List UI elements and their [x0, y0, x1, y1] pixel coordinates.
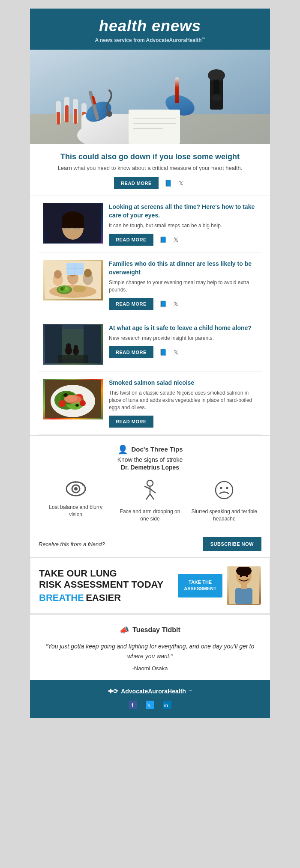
article-action-row-salad: READ MORE: [109, 416, 257, 428]
cross-icon: ✚⟳: [108, 688, 118, 695]
article-item-family: Families who do this at dinner are less …: [39, 253, 261, 317]
svg-point-3: [208, 69, 225, 81]
svg-point-57: [66, 343, 71, 349]
tip-item-balance: Lost balance and blurry vision: [42, 479, 109, 523]
lung-title-line1: TAKE OUR LUNG: [39, 568, 174, 579]
salad-read-more-button[interactable]: READ MORE: [109, 416, 153, 428]
footer-twitter-icon[interactable]: 𝕏: [145, 700, 155, 710]
twitter-icon-child[interactable]: 𝕏: [171, 348, 181, 357]
lung-breathe-text: BREATHE: [39, 592, 84, 603]
article-action-row-family: READ MORE 📘 𝕏: [109, 298, 257, 310]
twitter-icon-screens[interactable]: 𝕏: [171, 235, 181, 244]
lung-banner: TAKE OUR LUNG RISK ASSESSMENT TODAY BREA…: [30, 557, 270, 614]
svg-rect-60: [58, 355, 88, 363]
featured-action-row: READ MORE 📘 𝕏: [43, 177, 257, 189]
twitter-icon-family[interactable]: 𝕏: [171, 299, 181, 309]
article-subtext-family: Simple changes to your evening meal may …: [109, 279, 257, 294]
svg-point-68: [59, 400, 66, 407]
tips-icons-row: Lost balance and blurry vision: [39, 479, 261, 523]
thumb-family-bg: [43, 260, 103, 300]
svg-point-75: [74, 487, 78, 490]
twitter-icon[interactable]: 𝕏: [177, 178, 186, 188]
article-list: Looking at screens all the time? Here's …: [30, 196, 270, 435]
facebook-icon-screens[interactable]: 📘: [159, 235, 168, 244]
svg-rect-7: [57, 112, 60, 125]
tidbit-section: 📣 Tuesday Tidbit “You just gotta keep go…: [30, 614, 270, 680]
child-read-more-button[interactable]: READ MORE: [109, 346, 153, 358]
thumb-child-bg: [43, 324, 103, 365]
footer-logo-text: AdvocateAuroraHealth: [121, 688, 186, 695]
frown-icon: [191, 479, 258, 505]
article-thumb-screens: [43, 203, 103, 244]
article-content-screens: Looking at screens all the time? Here's …: [109, 203, 257, 246]
svg-line-83: [146, 494, 150, 499]
lung-person-image: [227, 566, 261, 605]
lung-title-line2: RISK ASSESSMENT TODAY: [39, 579, 174, 590]
tip-label-balance: Lost balance and blurry vision: [42, 504, 109, 518]
tidbit-header: 📣 Tuesday Tidbit: [43, 625, 257, 635]
facebook-icon-child[interactable]: 📘: [159, 348, 168, 357]
svg-rect-91: [235, 588, 252, 604]
svg-rect-9: [65, 105, 69, 122]
svg-point-41: [63, 286, 65, 289]
family-read-more-button[interactable]: READ MORE: [109, 298, 153, 310]
article-content-family: Families who do this at dinner are less …: [109, 260, 257, 310]
tip-label-slurred: Slurred speaking and terrible headache: [191, 508, 258, 523]
article-item-child: At what age is it safe to leave a child …: [39, 317, 261, 372]
svg-point-86: [220, 487, 222, 489]
facebook-icon-family[interactable]: 📘: [159, 299, 168, 309]
svg-point-42: [73, 285, 86, 292]
lung-assessment-button[interactable]: TAKE THEASSESSMENT: [178, 574, 222, 597]
tip-label-face: Face and arm drooping on one side: [117, 508, 183, 523]
tidbit-quote: “You just gotta keep going and fighting …: [43, 642, 257, 661]
article-thumb-family: [43, 260, 103, 300]
svg-text:𝕏: 𝕏: [147, 703, 151, 708]
article-thumb-salad: [43, 379, 103, 419]
header: health enews A news service from Advocat…: [30, 9, 270, 50]
article-headline-screens: Looking at screens all the time? Here's …: [109, 203, 257, 220]
featured-read-more-button[interactable]: READ MORE: [114, 177, 159, 189]
doc-icon: 👤: [117, 444, 128, 455]
footer: ✚⟳ AdvocateAuroraHealth™ f 𝕏 in: [30, 680, 270, 718]
subscribe-button[interactable]: SUBSCRIBE NOW: [203, 537, 261, 551]
article-item-salad: Smoked salmon salad nicoise This twist o…: [39, 372, 261, 435]
article-item-screens: Looking at screens all the time? Here's …: [39, 196, 261, 253]
svg-point-25: [106, 111, 112, 117]
svg-point-48: [84, 269, 92, 277]
footer-linkedin-icon[interactable]: in: [162, 700, 172, 710]
child-social-icons: 📘 𝕏: [159, 348, 181, 357]
svg-rect-34: [62, 219, 84, 228]
screens-read-more-button[interactable]: READ MORE: [109, 234, 153, 246]
footer-logo: ✚⟳ AdvocateAuroraHealth™: [39, 688, 261, 695]
svg-point-93: [240, 575, 242, 577]
lung-easier-text: EASIER: [86, 592, 121, 603]
svg-point-5: [211, 94, 222, 101]
footer-facebook-icon[interactable]: f: [128, 700, 138, 710]
screens-svg: [45, 204, 101, 243]
child-svg: [45, 325, 101, 363]
article-subtext-salad: This twist on a classic salade Niçoise u…: [109, 389, 257, 411]
lung-breathe-row: BREATHE EASIER: [39, 592, 174, 603]
hero-image: [30, 50, 270, 144]
tip-item-face: Face and arm drooping on one side: [117, 479, 183, 523]
header-subtitle: A news service from AdvocateAuroraHealth…: [39, 37, 261, 43]
facebook-icon[interactable]: 📘: [164, 178, 173, 188]
family-svg: [45, 261, 101, 299]
svg-point-79: [147, 480, 153, 486]
megaphone-icon: 📣: [120, 625, 129, 635]
docs-tips-subtitle: Know the signs of stroke: [39, 456, 261, 463]
eye-icon: [42, 479, 109, 500]
tidbit-title: Tuesday Tidbit: [132, 626, 180, 634]
footer-social: f 𝕏 in: [39, 700, 261, 710]
svg-point-71: [63, 393, 68, 397]
hero-svg: [30, 50, 270, 144]
thumb-screens-bg: [43, 203, 103, 244]
tip-item-slurred: Slurred speaking and terrible headache: [191, 479, 258, 523]
svg-line-84: [150, 494, 154, 499]
docs-tips-header: 👤 Doc's Three Tips: [39, 444, 261, 455]
article-thumb-child: [43, 324, 103, 365]
svg-point-87: [226, 487, 228, 489]
article-headline-child: At what age is it safe to leave a child …: [109, 324, 257, 333]
svg-line-82: [150, 489, 156, 493]
article-headline-family: Families who do this at dinner are less …: [109, 260, 257, 276]
